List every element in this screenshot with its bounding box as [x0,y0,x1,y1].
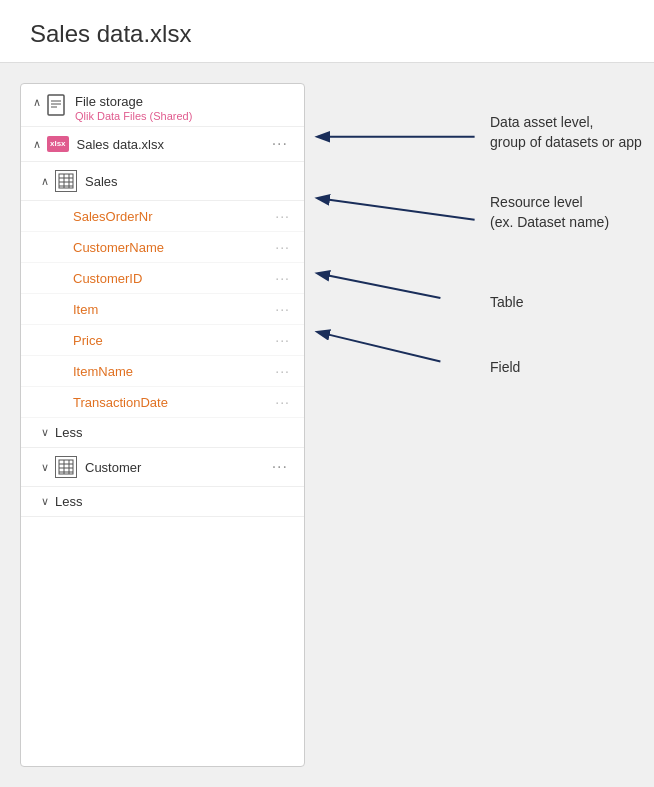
field-item-menu[interactable]: ··· [273,301,292,317]
file-storage-row[interactable]: ∧ File storage Qlik Data Files (Shared) [21,84,304,127]
customer-less-chevron: ∨ [41,495,49,508]
file-storage-info: File storage Qlik Data Files (Shared) [75,94,192,122]
svg-rect-0 [48,95,64,115]
table-customer-name: Customer [85,460,268,475]
annotation-resource: Resource level (ex. Dataset name) [490,193,609,232]
sales-less-chevron: ∨ [41,426,49,439]
field-item-label: Item [73,302,273,317]
file-storage-chevron[interactable]: ∧ [33,96,41,109]
table-sales-chevron[interactable]: ∧ [41,175,49,188]
resource-row[interactable]: ∧ xlsx Sales data.xlsx ··· [21,127,304,162]
field-itemname-menu[interactable]: ··· [273,363,292,379]
annotation-resource-text: Resource level (ex. Dataset name) [490,194,609,230]
tree-panel: ∧ File storage Qlik Data Files (Shared) … [20,83,305,767]
table-customer-chevron[interactable]: ∨ [41,461,49,474]
resource-chevron[interactable]: ∧ [33,138,41,151]
annotations-panel: Data asset level, group of datasets or a… [305,83,654,767]
field-salesordernr-menu[interactable]: ··· [273,208,292,224]
page-title: Sales data.xlsx [30,20,624,48]
field-price[interactable]: Price ··· [21,325,304,356]
table-customer-row[interactable]: ∨ Customer ··· [21,448,304,487]
xlsx-badge: xlsx [47,136,69,152]
table-customer-icon [55,456,77,478]
file-storage-subtitle: Qlik Data Files (Shared) [75,110,192,122]
svg-line-18 [318,274,440,298]
field-item[interactable]: Item ··· [21,294,304,325]
field-customername[interactable]: CustomerName ··· [21,232,304,263]
annotation-field-text: Field [490,359,520,375]
sales-less-row[interactable]: ∨ Less [21,418,304,448]
field-transactiondate[interactable]: TransactionDate ··· [21,387,304,418]
field-customerid-menu[interactable]: ··· [273,270,292,286]
field-transactiondate-menu[interactable]: ··· [273,394,292,410]
field-customerid-label: CustomerID [73,271,273,286]
field-price-label: Price [73,333,273,348]
table-customer-menu[interactable]: ··· [268,458,292,476]
customer-less-row[interactable]: ∨ Less [21,487,304,517]
annotation-table-text: Table [490,294,523,310]
table-sales-name: Sales [85,174,292,189]
annotation-table: Table [490,293,523,313]
main-content: ∧ File storage Qlik Data Files (Shared) … [0,63,654,787]
arrows-svg [305,83,654,767]
field-customername-label: CustomerName [73,240,273,255]
file-storage-icon [47,94,67,116]
field-salesordernr[interactable]: SalesOrderNr ··· [21,201,304,232]
sales-less-label: Less [55,425,82,440]
table-sales-icon [55,170,77,192]
annotation-field: Field [490,358,520,378]
svg-line-17 [318,198,474,219]
customer-less-label: Less [55,494,82,509]
field-salesordernr-label: SalesOrderNr [73,209,273,224]
field-itemname[interactable]: ItemName ··· [21,356,304,387]
resource-name: Sales data.xlsx [77,137,268,152]
field-customerid[interactable]: CustomerID ··· [21,263,304,294]
field-customername-menu[interactable]: ··· [273,239,292,255]
svg-line-19 [318,332,440,361]
resource-dots-menu[interactable]: ··· [268,135,292,153]
field-transactiondate-label: TransactionDate [73,395,273,410]
field-price-menu[interactable]: ··· [273,332,292,348]
page-header: Sales data.xlsx [0,0,654,63]
field-itemname-label: ItemName [73,364,273,379]
table-sales-row[interactable]: ∧ Sales [21,162,304,201]
annotation-data-asset-text: Data asset level, group of datasets or a… [490,114,642,150]
annotation-data-asset: Data asset level, group of datasets or a… [490,113,642,152]
file-storage-name: File storage [75,94,192,109]
